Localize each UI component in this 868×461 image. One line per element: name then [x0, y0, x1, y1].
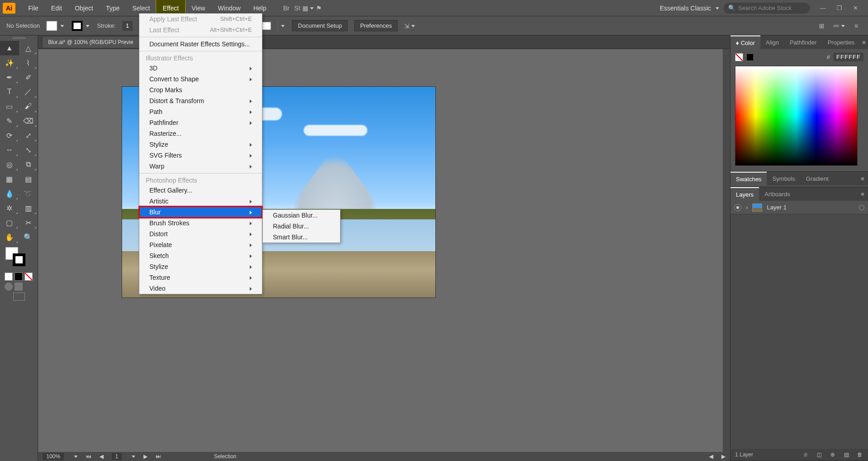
menuitem-distort-transform[interactable]: Distort & Transform	[139, 95, 262, 106]
tab-pathfinder[interactable]: Pathfinder	[784, 35, 822, 49]
tool-type[interactable]: T	[0, 84, 19, 99]
gradient-mode-icon[interactable]	[15, 273, 23, 281]
make-clipping-mask-icon[interactable]: ◫	[815, 451, 823, 458]
menuitem-radial-blur[interactable]: Radial Blur...	[263, 221, 340, 232]
visibility-toggle-icon[interactable]	[734, 204, 741, 211]
tab-align[interactable]: Align	[760, 35, 784, 49]
menu-file[interactable]: File	[22, 0, 45, 16]
tab-symbols[interactable]: Symbols	[767, 172, 800, 185]
tool-line[interactable]: ／	[19, 84, 38, 99]
tool-eraser[interactable]: ⌫	[19, 114, 38, 128]
menuitem-crop-marks[interactable]: Crop Marks	[139, 84, 262, 95]
document-tab[interactable]: Blur.ai* @ 100% (RGB/GPU Previe	[43, 37, 139, 48]
delete-layer-icon[interactable]: 🗑	[856, 451, 863, 458]
color-mode-icon[interactable]	[5, 273, 13, 281]
scroll-left-icon[interactable]: ◀	[709, 453, 713, 460]
new-layer-icon[interactable]: ▤	[843, 451, 850, 458]
menuitem-3d[interactable]: 3D	[139, 63, 262, 74]
hex-field[interactable]: FFFFFF	[833, 53, 863, 61]
tool-lasso[interactable]: ⌇	[19, 55, 38, 70]
tools-grip[interactable]	[0, 35, 38, 41]
stroke-swatch[interactable]	[72, 21, 83, 31]
tool-selection[interactable]: ▲	[0, 41, 19, 55]
draw-normal-icon[interactable]	[5, 283, 13, 291]
tool-curvature[interactable]: ✐	[19, 70, 38, 84]
tool-perspective[interactable]: ⧉	[19, 157, 38, 172]
menuitem-svg-filters[interactable]: SVG Filters	[139, 150, 262, 161]
menuitem-texture[interactable]: Texture	[139, 272, 262, 283]
fill-dropdown[interactable]	[57, 21, 65, 31]
menuitem-stylize[interactable]: Stylize	[139, 139, 262, 150]
arrange-documents-icon[interactable]: ▦	[303, 3, 314, 14]
layers-panel-menu-icon[interactable]: ≡	[857, 187, 868, 201]
gpu-icon[interactable]: ⚑	[314, 3, 325, 14]
menu-type[interactable]: Type	[99, 0, 126, 16]
tool-direct-selection[interactable]: △	[19, 41, 38, 55]
artboard-number-field[interactable]: 1	[112, 453, 122, 460]
tool-zoom[interactable]: 🔍	[19, 230, 38, 244]
tool-symbol-sprayer[interactable]: ✲	[0, 201, 19, 215]
none-mode-icon[interactable]	[25, 273, 33, 281]
tab-gradient[interactable]: Gradient	[800, 172, 834, 185]
tool-pen[interactable]: ✒	[0, 70, 19, 84]
tool-shaper[interactable]: ✎	[0, 114, 19, 128]
menuitem-video[interactable]: Video	[139, 283, 262, 294]
menuitem-blur[interactable]: Blur	[139, 207, 262, 218]
tool-column-graph[interactable]: ▥	[19, 201, 38, 215]
tool-slice[interactable]: ✂	[19, 215, 38, 230]
color-panel-menu-icon[interactable]: ≡	[860, 35, 868, 49]
zoom-field[interactable]: 100%	[43, 453, 64, 460]
none-color-icon[interactable]	[735, 53, 743, 61]
tool-paintbrush[interactable]: 🖌	[19, 99, 38, 114]
fill-stroke-control[interactable]	[5, 247, 33, 269]
color-spectrum[interactable]	[735, 66, 858, 166]
new-sublayer-icon[interactable]: ⊕	[829, 451, 836, 458]
expand-layer-icon[interactable]: ›	[746, 204, 748, 211]
menuitem-raster-settings[interactable]: Document Raster Effects Settings...	[139, 39, 262, 50]
artboard-next-icon[interactable]: ▶	[143, 453, 148, 460]
tool-shape-builder[interactable]: ◎	[0, 157, 19, 172]
zoom-dropdown[interactable]	[72, 453, 78, 460]
menuitem-rasterize[interactable]: Rasterize...	[139, 128, 262, 139]
menuitem-pixelate[interactable]: Pixelate	[139, 239, 262, 250]
tool-mesh[interactable]: ▦	[0, 172, 19, 186]
vertical-scrollbar[interactable]	[723, 49, 730, 452]
tab-swatches[interactable]: Swatches	[730, 172, 767, 185]
tab-properties[interactable]: Properties	[822, 35, 860, 49]
tool-scale[interactable]: ⤢	[19, 128, 38, 143]
tool-blend[interactable]: ➰	[19, 186, 38, 201]
stroke-weight-field[interactable]: 1	[122, 21, 133, 31]
window-minimize-icon[interactable]: —	[820, 5, 826, 11]
black-color-icon[interactable]	[747, 54, 753, 60]
window-close-icon[interactable]: ✕	[853, 5, 858, 11]
menuitem-distort[interactable]: Distort	[139, 228, 262, 239]
tool-free-transform[interactable]: ⤡	[19, 143, 38, 157]
menuitem-smart-blur[interactable]: Smart Blur...	[263, 232, 340, 243]
artboard-dropdown[interactable]	[130, 453, 135, 460]
swatches-panel-menu-icon[interactable]: ≡	[857, 172, 868, 185]
target-icon[interactable]	[859, 205, 864, 210]
align-to-icon[interactable]: ⇲	[404, 20, 415, 31]
draw-behind-icon[interactable]	[15, 283, 23, 291]
menuitem-stylize[interactable]: Stylize	[139, 261, 262, 272]
transform-icon[interactable]: ⊞	[816, 20, 827, 31]
tool-width[interactable]: ↔	[0, 143, 19, 157]
menuitem-sketch[interactable]: Sketch	[139, 250, 262, 261]
window-restore-icon[interactable]: ❐	[837, 5, 842, 11]
tool-hand[interactable]: ✋	[0, 230, 19, 244]
tool-rotate[interactable]: ⟳	[0, 128, 19, 143]
menu-edit[interactable]: Edit	[45, 0, 69, 16]
menuitem-artistic[interactable]: Artistic	[139, 196, 262, 207]
bridge-icon[interactable]: Br	[281, 3, 292, 14]
preferences-button[interactable]: Preferences	[354, 20, 398, 31]
artboard-last-icon[interactable]: ⏭	[156, 453, 161, 460]
menuitem-pathfinder[interactable]: Pathfinder	[139, 117, 262, 128]
tool-eyedropper[interactable]: 💧	[0, 186, 19, 201]
stroke-dropdown[interactable]	[83, 21, 91, 31]
stock-icon[interactable]: St	[292, 3, 303, 14]
menuitem-gaussian-blur[interactable]: Gaussian Blur...	[263, 210, 340, 221]
menuitem-warp[interactable]: Warp	[139, 161, 262, 172]
document-setup-button[interactable]: Document Setup	[292, 20, 348, 31]
stroke-box[interactable]	[13, 253, 25, 266]
layer-name[interactable]: Layer 1	[767, 204, 786, 211]
